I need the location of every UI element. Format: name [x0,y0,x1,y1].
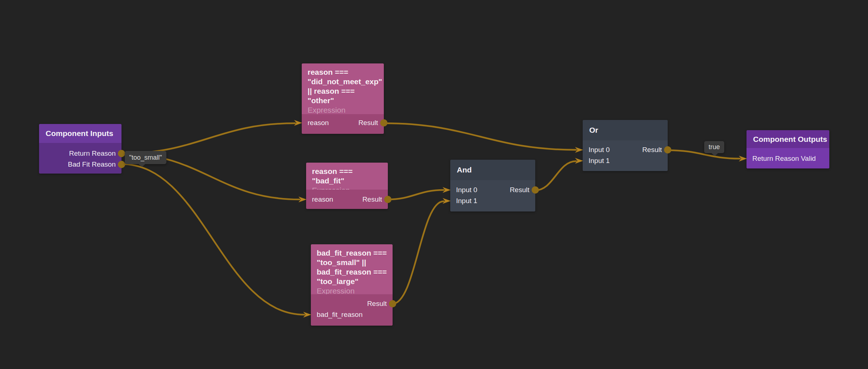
input-port-label: bad_fit_reason [317,311,363,319]
output-port-label: Result [358,119,378,127]
node-body: reason Result [306,190,388,209]
output-port-result[interactable] [532,186,539,194]
output-port-result[interactable] [389,300,396,307]
output-port-return-reason[interactable] [118,150,125,157]
node-header: And [450,160,535,180]
output-port-label: Result [367,300,387,308]
wire-or-result-to-component-outputs[interactable] [668,150,740,159]
node-header: reason === "did_not_meet_exp" || reason … [302,63,384,114]
wire-expression-3-to-and-input-1[interactable] [393,201,444,304]
node-title: And [450,166,472,174]
expression-code: reason === "did_not_meet_exp" || reason … [308,67,378,105]
input-port-label: Return Reason Valid [752,155,816,163]
port-row: Input 0 Result [583,144,668,155]
port-row: Return Reason Valid [747,153,829,164]
output-port-label: Result [642,146,662,154]
output-port-bad-fit-reason[interactable] [118,161,125,168]
node-header: Component Outputs [747,130,829,148]
port-row: Input 0 Result [450,184,535,195]
port-row: bad_fit_reason [311,309,393,320]
output-port-result[interactable] [664,146,671,154]
output-port-label: Bad Fit Reason [68,160,116,168]
port-row: Result [311,298,393,309]
wire-and-result-to-or-input-1[interactable] [535,161,576,190]
value-tooltip-true: true [704,141,724,153]
input-port-label: Input 0 [456,186,477,194]
node-body: Input 0 Result Input 1 [583,140,668,171]
expression-code: bad_fit_reason === "too_small" || bad_fi… [317,248,387,286]
input-port-label: Input 1 [456,197,477,205]
input-port-label: Input 1 [589,157,610,165]
node-header: reason === "bad_fit" Expression [306,163,388,190]
output-port-label: Return Reason [69,149,116,158]
port-row: reason Result [302,117,384,128]
node-component-outputs[interactable]: Component Outputs Return Reason Valid [747,130,829,168]
port-row: Input 1 [450,195,535,206]
input-port-label: reason [308,119,329,127]
port-row: Bad Fit Reason [39,159,121,170]
wire-expression-1-to-or-input-0[interactable] [384,123,576,150]
node-header: Component Inputs [39,124,121,143]
node-body: Input 0 Result Input 1 [450,180,535,211]
node-component-inputs[interactable]: Component Inputs Return Reason Bad Fit R… [39,124,121,174]
node-type-label: Expression [308,105,378,115]
input-port-label: reason [312,195,333,203]
output-port-label: Result [510,186,529,194]
wire-layer [0,0,868,369]
port-row: reason Result [306,194,388,205]
node-expression-1[interactable]: reason === "did_not_meet_exp" || reason … [302,63,384,134]
node-body: reason Result [302,114,384,134]
wire-return-reason-to-expression-1[interactable] [121,123,295,154]
tooltip-text: "too_small" [129,154,162,161]
node-header: bad_fit_reason === "too_small" || bad_fi… [311,244,393,294]
node-expression-2[interactable]: reason === "bad_fit" Expression reason R… [306,163,388,209]
wire-expression-2-to-and-input-0[interactable] [387,190,444,199]
port-row: Input 1 [583,155,668,166]
node-expression-3[interactable]: bad_fit_reason === "too_small" || bad_fi… [311,244,393,326]
node-title: Or [583,126,598,135]
tooltip-text: true [709,143,720,151]
node-title: Component Inputs [39,129,113,138]
value-tooltip-too-small: "too_small" [125,151,166,164]
input-port-label: Input 0 [589,146,610,154]
node-body: Return Reason Valid [747,148,829,168]
node-and[interactable]: And Input 0 Result Input 1 [450,160,535,211]
port-row: Return Reason [39,148,121,159]
output-port-result[interactable] [380,119,387,127]
node-body: Return Reason Bad Fit Reason [39,143,121,174]
node-body: Result bad_fit_reason [311,294,393,326]
expression-code: reason === "bad_fit" [312,167,382,186]
node-title: Component Outputs [747,135,827,144]
node-or[interactable]: Or Input 0 Result Input 1 [583,120,668,171]
output-port-result[interactable] [384,196,391,203]
node-header: Or [583,120,668,140]
wire-bad-fit-reason-to-expression-3[interactable] [121,164,304,315]
output-port-label: Result [362,195,382,203]
node-canvas[interactable]: Component Inputs Return Reason Bad Fit R… [0,0,868,369]
